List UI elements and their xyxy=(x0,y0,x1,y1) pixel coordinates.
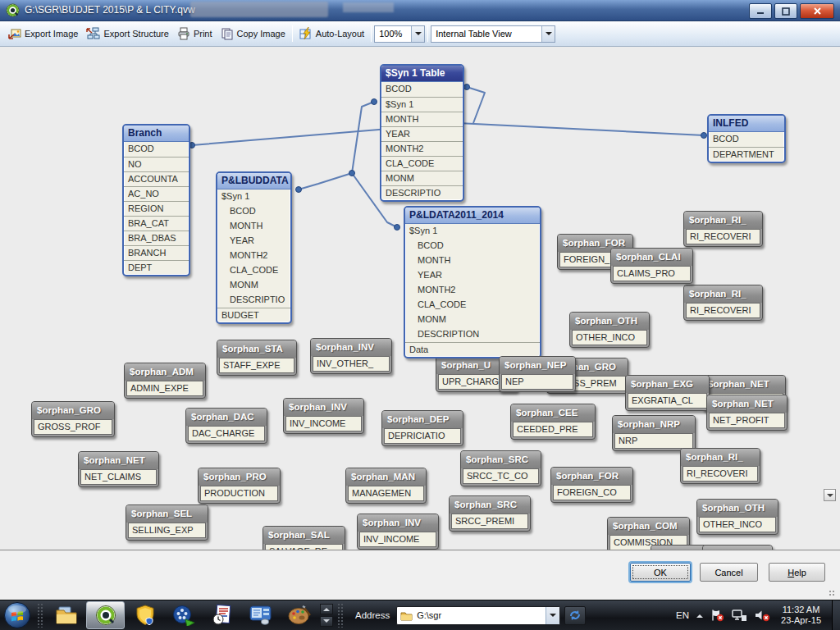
orphan-table-orphan-dep[interactable]: $orphan_DEPDEPRICIATIO xyxy=(381,410,463,446)
taskbar-display-settings-button[interactable] xyxy=(241,600,280,630)
field-row: DEPARTMENT xyxy=(709,147,784,162)
background-window-artifact xyxy=(190,2,328,17)
orphan-field: FOREIGN_CO xyxy=(553,485,631,500)
orphan-table-orphan-for[interactable]: $orphan_FORFOREIGN_CO xyxy=(550,467,633,503)
orphan-table-orphan-inv[interactable]: $orphan_INVINV_INCOME xyxy=(283,398,364,434)
orphan-table-orphan-inv[interactable]: $orphan_INVINV_OTHER_ xyxy=(310,338,392,374)
chevron-down-icon[interactable] xyxy=(546,607,559,624)
print-button[interactable]: Print xyxy=(173,25,217,43)
copy-image-icon xyxy=(221,27,234,40)
table-inlfed[interactable]: INLFEDBCODDEPARTMENT xyxy=(707,114,786,163)
close-button[interactable] xyxy=(800,3,834,19)
orphan-table-orphan-clai[interactable]: $orphan_CLAICLAIMS_PRO xyxy=(610,248,693,284)
connector-line xyxy=(299,173,352,189)
taskbar-scheduler-button[interactable] xyxy=(203,600,241,630)
orphan-table-orphan-sal[interactable]: $orphan_SALSALVAGE_RE xyxy=(262,526,345,550)
orphan-table-orphan-net[interactable]: $orphan_NETNET_PROFIT xyxy=(706,395,788,431)
resize-grip[interactable] xyxy=(829,590,835,596)
address-input[interactable]: G:\sgr xyxy=(396,606,560,625)
minimize-button[interactable] xyxy=(749,3,772,19)
table-header: Branch xyxy=(124,126,189,142)
canvas-scroll-arrow[interactable] xyxy=(824,489,836,501)
orphan-table-orphan-ri[interactable]: $orphan_RI_RI_RECOVERI xyxy=(683,285,763,321)
orphan-table-orphan-oth[interactable]: $orphan_OTHOTHER_INCO xyxy=(696,499,778,535)
orphan-table-orphan-src[interactable]: $orphan_SRCSRCC_PREMI xyxy=(449,495,531,532)
orphan-table-orphan-exg[interactable]: $orphan_EXGEXGRATIA_CL xyxy=(625,375,710,411)
taskbar-paint-button[interactable] xyxy=(280,600,318,630)
orphan-table-orphan-inv[interactable]: $orphan_INVINV_INCOME xyxy=(357,514,439,550)
orphan-table-clipped[interactable] xyxy=(702,545,773,550)
orphan-header: $orphan_NET xyxy=(703,376,785,393)
orphan-table-orphan-sta[interactable]: $orphan_STASTAFF_EXPE xyxy=(217,340,297,376)
table-p-ldata2011-2014[interactable]: P&LDATA2011_2014$Syn 1BCODMONTHYEARMONTH… xyxy=(404,206,541,358)
orphan-table-orphan-sel[interactable]: $orphan_SELSELLING_EXP xyxy=(126,504,208,541)
toolbar-separator xyxy=(427,25,428,42)
orphan-field: MANAGEMEN xyxy=(348,486,424,501)
clock-time: 11:32 AM xyxy=(781,605,821,615)
hidden-icons-chevron[interactable] xyxy=(696,611,703,618)
chevron-down-icon[interactable] xyxy=(411,26,424,42)
taskbar-media-button[interactable] xyxy=(164,600,203,630)
field-row: DESCRIPTION xyxy=(405,327,540,342)
orphan-table-orphan-gro[interactable]: $orphan_GROGROSS_PROF xyxy=(31,401,115,437)
orphan-table-orphan-nrp[interactable]: $orphan_NRPNRP xyxy=(612,415,696,451)
orphan-header: $orphan_DAC xyxy=(186,409,267,426)
export-image-button[interactable]: Export Image xyxy=(3,25,82,43)
orphan-table-orphan-dac[interactable]: $orphan_DACDAC_CHARGE xyxy=(185,408,267,444)
orphan-table-orphan-pro[interactable]: $orphan_PROPRODUCTION xyxy=(198,468,281,504)
orphan-table-orphan-src[interactable]: $orphan_SRCSRCC_TC_CO xyxy=(460,450,541,486)
orphan-table-orphan-ri[interactable]: $orphan_RI_RI_RECOVERI xyxy=(680,448,760,484)
orphan-table-orphan-oth[interactable]: $orphan_OTHOTHER_INCO xyxy=(569,312,650,348)
orphan-table-orphan-man[interactable]: $orphan_MANMANAGEMEN xyxy=(345,468,427,504)
taskbar-antivirus-button[interactable] xyxy=(126,600,164,630)
table-branch[interactable]: BranchBCODNOACCOUNTAAC_NOREGIONBRA_CATBR… xyxy=(122,124,190,276)
taskbar-grip xyxy=(337,603,345,628)
scroll-down-button[interactable] xyxy=(320,616,333,627)
table-header: P&LBUDDATA xyxy=(217,173,290,189)
table-p-lbuddata[interactable]: P&LBUDDATA$Syn 1BCODMONTHYEARMONTH2CLA_C… xyxy=(216,171,292,324)
zoom-select[interactable]: 100% xyxy=(374,25,425,43)
table-header: $Syn 1 Table xyxy=(381,66,463,82)
field-row: MONTH2 xyxy=(405,283,540,298)
field-row: NO xyxy=(124,157,189,171)
connector-line xyxy=(352,102,374,173)
orphan-header: $orphan_STA xyxy=(217,340,296,358)
copy-image-button[interactable]: Copy Image xyxy=(217,25,290,43)
language-indicator[interactable]: EN xyxy=(676,610,689,620)
orphan-header: $orphan_RI_ xyxy=(684,212,762,229)
table-syn-1-table[interactable]: $Syn 1 TableBCOD$Syn 1MONTHYEARMONTH2CLA… xyxy=(380,64,464,202)
view-mode-select[interactable]: Internal Table View xyxy=(431,25,555,43)
scroll-up-button[interactable] xyxy=(320,604,333,614)
chevron-up-icon xyxy=(323,605,330,611)
orphan-table-orphan-ri[interactable]: $orphan_RI_RI_RECOVERI xyxy=(683,211,763,247)
chevron-down-icon[interactable] xyxy=(541,26,555,42)
help-button[interactable]: Help xyxy=(769,563,825,582)
export-structure-button[interactable]: Export Structure xyxy=(82,25,172,43)
cancel-button[interactable]: Cancel xyxy=(700,563,758,582)
table-header: P&LDATA2011_2014 xyxy=(405,208,540,224)
refresh-button[interactable] xyxy=(564,606,586,625)
orphan-table-orphan-adm[interactable]: $orphan_ADMADMIN_EXPE xyxy=(124,363,206,399)
orphan-header: $orphan_MAN xyxy=(346,468,426,486)
refresh-icon xyxy=(568,609,582,622)
ok-button[interactable]: OK xyxy=(630,563,691,582)
export-structure-icon xyxy=(86,27,100,40)
maximize-button[interactable] xyxy=(774,3,797,19)
field-row: BRANCH xyxy=(124,245,189,260)
clock[interactable]: 11:32 AM 23-Apr-15 xyxy=(781,605,821,626)
volume-muted-icon[interactable] xyxy=(755,609,770,622)
field-row: DESCRIPTIO xyxy=(217,293,290,308)
taskbar-explorer-button[interactable] xyxy=(47,600,85,630)
orphan-table-orphan-nep[interactable]: $orphan_NEPNEP xyxy=(499,356,576,392)
show-desktop-button[interactable] xyxy=(832,600,840,630)
action-center-flag-icon[interactable] xyxy=(710,609,724,622)
orphan-table-orphan-cee[interactable]: $orphan_CEECEEDED_PRE xyxy=(510,404,596,440)
taskbar-qlikview-button[interactable] xyxy=(86,601,125,629)
network-icon[interactable] xyxy=(732,609,747,622)
field-row: ACCOUNTA xyxy=(124,171,189,186)
auto-layout-button[interactable]: Auto-Layout xyxy=(295,25,368,43)
orphan-field: RI_RECOVERI xyxy=(686,303,760,318)
address-value: G:\sgr xyxy=(417,610,441,620)
start-button[interactable] xyxy=(0,600,34,630)
orphan-table-orphan-net[interactable]: $orphan_NETNET_CLAIMS xyxy=(78,451,159,487)
